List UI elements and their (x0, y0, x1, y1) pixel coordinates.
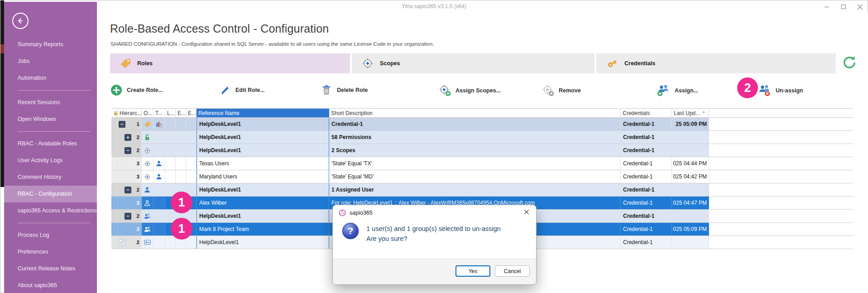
reference-name-cell: Maryland Users (197, 170, 329, 183)
back-button[interactable] (12, 13, 29, 29)
credentials-cell: Credential-1 (621, 118, 672, 130)
sidebar-item-summary-reports[interactable]: Summary Reports (4, 36, 97, 53)
tab-scopes[interactable]: Scopes (352, 53, 595, 73)
confirm-unassign-dialog: sapio365 ? 1 user(s) and 1 group(s) sele… (332, 205, 537, 285)
column-header-reference-name[interactable]: Reference Name (197, 109, 329, 117)
refresh-icon[interactable] (842, 55, 857, 70)
question-icon: ? (342, 223, 359, 239)
dialog-message-line1: 1 user(s) and 1 group(s) selected to un-… (366, 224, 501, 234)
table-row[interactable]: 2 HelpDeskLevel1 58 Permissions Credenti… (111, 131, 853, 144)
column-header-blank (709, 109, 853, 117)
column-header-credentials[interactable]: Credentials (621, 109, 672, 117)
last-updated-cell (672, 144, 709, 157)
sidebar-item-preferences[interactable]: Preferences (4, 244, 97, 260)
table-row[interactable]: 3 Maryland Users 'State' Equal 'MD' Cred… (111, 170, 853, 183)
reference-name-cell: HelpDeskLevel1 (197, 144, 329, 157)
tab-label: Scopes (380, 60, 400, 67)
minimize-icon[interactable] (824, 4, 830, 10)
collapse-toggle-icon[interactable] (125, 187, 131, 193)
yes-button[interactable]: Yes (456, 265, 490, 277)
sidebar-item-automation[interactable]: Automation (4, 70, 97, 86)
sapio365-logo-icon (339, 209, 346, 216)
users-icon (144, 213, 151, 219)
short-description-cell: 'State' Equal 'MD' (329, 170, 621, 183)
dialog-close-icon[interactable] (523, 208, 530, 217)
column-header-t[interactable]: T... (153, 109, 165, 117)
reference-name-cell: Alex Wilber (197, 197, 329, 209)
dialog-titlebar: sapio365 (333, 205, 536, 220)
cancel-button[interactable]: Cancel (495, 265, 530, 277)
sidebar-item-recent-sessions[interactable]: Recent Sessions (4, 94, 97, 111)
sidebar-item-process-log[interactable]: Process Log (4, 227, 97, 244)
credentials-cell: Credential-1 (621, 144, 672, 157)
dialog-body: ? 1 user(s) and 1 group(s) selected to u… (333, 220, 536, 244)
toolbar-label: Delete Role (337, 87, 368, 93)
last-updated-cell: 025 04:47 PM (672, 197, 709, 209)
lock-column-header[interactable] (111, 109, 118, 117)
credentials-cell: Credential-1 (621, 223, 672, 235)
users-add-icon (657, 84, 670, 96)
column-header-last-updated[interactable]: Last Upd...▴ (672, 109, 709, 117)
close-icon[interactable] (857, 4, 863, 10)
short-description-cell: 1 Assigned User (329, 183, 621, 196)
user-icon (156, 160, 162, 167)
reference-name-cell: Texas Users (197, 157, 329, 170)
window-titlebar: Ytria sapio365 v3.1.0 (x64) (0, 0, 868, 12)
expand-toggle-icon[interactable] (125, 134, 131, 141)
tab-roles[interactable]: Roles (110, 53, 350, 73)
short-description-cell: 2 Scopes (329, 144, 621, 157)
table-row[interactable]: 1 HelpDeskLevel1 Credential-1 Credential… (111, 118, 853, 131)
remove-button[interactable]: Remove (542, 84, 581, 96)
create-role-button[interactable]: Create Role... (110, 84, 163, 96)
column-header-e2[interactable]: E... (186, 109, 197, 117)
edit-role-button[interactable]: Edit Role... (219, 84, 265, 96)
sidebar-item-sapio365-access-restrictions[interactable]: sapio365 Access & Restrictions (4, 202, 97, 219)
sidebar-item-user-activity-logs[interactable]: User Activity Logs (4, 152, 97, 169)
users-remove-icon (758, 84, 771, 96)
last-updated-cell: 025 04:42 PM (672, 170, 709, 183)
sidebar-item-rbac-available-roles[interactable]: RBAC - Available Roles (4, 135, 97, 152)
sidebar-item-current-release-notes[interactable]: Current Release Notes (4, 260, 97, 277)
scope-icon (144, 147, 151, 154)
sidebar-item-comment-history[interactable]: Comment History (4, 169, 97, 186)
column-header-short-description[interactable]: Short Description (329, 109, 621, 117)
column-header-o[interactable]: O... (142, 109, 153, 117)
page-subtitle: SHARED CONFIGURATION - Configuration sha… (110, 41, 434, 47)
dialog-footer: Yes Cancel (333, 259, 536, 284)
sidebar-item-open-windows[interactable]: Open Windows (4, 111, 97, 128)
column-header-l[interactable]: L... (165, 109, 176, 117)
tab-credentials[interactable]: Credentials (596, 53, 836, 73)
collapse-toggle-icon[interactable] (119, 121, 125, 128)
last-updated-cell (672, 183, 709, 196)
assign-scopes-button[interactable]: Assign Scopes... (439, 84, 501, 96)
sidebar-item-rbac-configuration[interactable]: RBAC - Configuration (4, 186, 97, 202)
toolbar-label: Assign... (675, 87, 698, 94)
add-circle-icon (110, 84, 122, 96)
key-icon (606, 58, 618, 69)
last-updated-cell (672, 131, 709, 144)
toolbar-label: Un-assign (776, 87, 803, 94)
scope-remove-icon (542, 84, 554, 96)
maximize-icon[interactable] (840, 4, 846, 10)
toolbar-label: Edit Role... (235, 87, 265, 93)
collapse-toggle-icon[interactable] (125, 213, 131, 220)
table-row[interactable]: 2 HelpDeskLevel1 2 Scopes Credential-1 (111, 144, 853, 157)
collapse-toggle-icon[interactable] (125, 147, 131, 154)
credentials-cell: Credential-1 (621, 236, 672, 249)
annotation-step-1: 1 (171, 218, 192, 240)
app-window: Ytria sapio365 v3.1.0 (x64) Summary Repo… (0, 0, 868, 293)
toolbar-label: Create Role... (127, 87, 163, 93)
sidebar-item-jobs[interactable]: Jobs (4, 53, 97, 70)
column-header-e1[interactable]: E... (176, 109, 186, 117)
dialog-message-line2: Are you sure? (366, 234, 501, 244)
table-row[interactable]: 3 Texas Users 'State' Equal 'TX' Credent… (111, 157, 853, 170)
sidebar-divider (18, 223, 91, 223)
un-assign-button[interactable]: Un-assign (758, 84, 803, 96)
last-updated-cell (672, 236, 709, 249)
annotation-step-1: 1 (171, 192, 192, 213)
assign-button[interactable]: Assign... (657, 84, 698, 96)
table-row[interactable]: 2 HelpDeskLevel1 1 Assigned User Credent… (111, 183, 853, 197)
sidebar-item-about-sapio365[interactable]: About sapio365 (4, 277, 97, 293)
delete-role-button[interactable]: Delete Role (321, 84, 368, 96)
column-header-hierarchy[interactable]: Hierarc... (118, 109, 142, 117)
